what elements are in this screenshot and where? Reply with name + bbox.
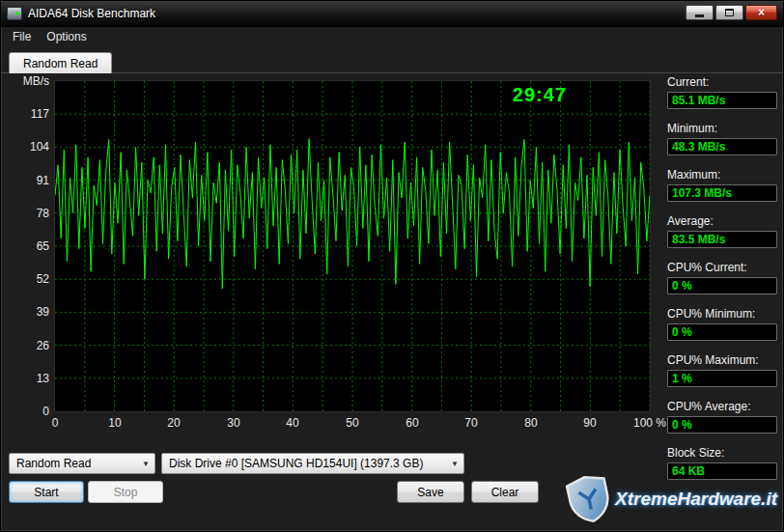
maximize-button[interactable]	[715, 5, 743, 20]
y-tick-label: 13	[9, 372, 49, 385]
maximize-icon	[725, 9, 734, 16]
stat-value: 83.5 MB/s	[667, 231, 777, 248]
app-icon	[7, 7, 22, 20]
drive-select-value: Disk Drive #0 [SAMSUNG HD154UI] (1397.3 …	[169, 457, 423, 470]
stat-label: CPU% Minimum:	[667, 307, 777, 321]
minimize-icon	[695, 14, 704, 17]
window-title: AIDA64 Disk Benchmark	[28, 7, 155, 20]
stat-value: 1 %	[667, 370, 777, 387]
y-tick-label: 0	[9, 405, 49, 418]
start-button[interactable]: Start	[9, 481, 84, 503]
x-tick-label: 90	[583, 416, 596, 430]
titlebar: AIDA64 Disk Benchmark ×	[1, 1, 783, 27]
y-tick-label: 52	[9, 272, 49, 286]
xtremehardware-shield-icon	[563, 471, 614, 527]
stat-label: Block Size:	[667, 446, 777, 460]
benchmark-type-select[interactable]: Random Read ▼	[9, 453, 155, 474]
y-tick-label: 65	[9, 239, 49, 253]
chevron-down-icon: ▼	[446, 454, 463, 473]
stat-cpu-maximum: CPU% Maximum: 1 %	[667, 353, 777, 387]
stat-label: Average:	[667, 214, 777, 228]
benchmark-type-value: Random Read	[16, 457, 91, 470]
close-button[interactable]: ×	[745, 5, 777, 20]
chevron-down-icon: ▼	[137, 454, 154, 473]
stat-label: Minimum:	[667, 122, 777, 135]
y-axis-unit-label: MB/s	[9, 74, 49, 88]
stat-value: 0 %	[667, 277, 777, 294]
stat-average: Average: 83.5 MB/s	[667, 214, 777, 248]
y-tick-label: 91	[9, 174, 49, 187]
clear-button[interactable]: Clear	[471, 481, 539, 503]
stat-value: 85.1 MB/s	[667, 92, 777, 109]
stat-current: Current: 85.1 MB/s	[667, 75, 777, 109]
aida64-disk-benchmark-window: AIDA64 Disk Benchmark × File Options Ran…	[0, 0, 784, 532]
elapsed-timer: 29:47	[513, 84, 567, 106]
y-tick-label: 117	[9, 107, 49, 121]
stat-value: 0 %	[667, 416, 777, 434]
x-tick-label: 10	[108, 416, 121, 430]
x-tick-label: 70	[464, 416, 477, 430]
stat-cpu-minimum: CPU% Minimum: 0 %	[667, 307, 777, 341]
menu-file[interactable]: File	[5, 28, 39, 45]
x-tick-label: 40	[286, 416, 298, 430]
drive-select[interactable]: Disk Drive #0 [SAMSUNG HD154UI] (1397.3 …	[161, 453, 464, 474]
benchmark-chart: MB/s117104917865523926130 29:47 01020304…	[9, 76, 663, 435]
x-tick-label: 0	[52, 416, 59, 430]
x-tick-label: 30	[227, 416, 239, 430]
x-tick-label: 100 %	[633, 416, 666, 430]
stat-label: CPU% Average:	[667, 400, 777, 413]
y-tick-label: 104	[9, 140, 49, 154]
x-tick-label: 20	[167, 416, 180, 430]
x-axis-labels: 0102030405060708090100 %	[55, 416, 650, 432]
stat-minimum: Minimum: 48.3 MB/s	[667, 122, 777, 155]
stat-value: 0 %	[667, 323, 777, 341]
save-button[interactable]: Save	[397, 481, 464, 503]
y-tick-label: 78	[9, 207, 49, 220]
x-tick-label: 80	[524, 416, 537, 430]
menu-options[interactable]: Options	[39, 28, 94, 45]
x-tick-label: 60	[406, 416, 418, 430]
watermark-xtremehardware: XtremeHardware.it	[568, 475, 777, 523]
y-tick-label: 26	[9, 339, 49, 352]
stat-label: CPU% Current:	[667, 261, 777, 274]
stat-maximum: Maximum: 107.3 MB/s	[667, 168, 777, 202]
stat-label: CPU% Maximum:	[667, 353, 777, 367]
stat-value: 107.3 MB/s	[667, 184, 777, 202]
stat-value: 48.3 MB/s	[667, 138, 777, 155]
stop-button: Stop	[88, 481, 163, 503]
minimize-button[interactable]	[686, 5, 714, 20]
stat-label: Maximum:	[667, 168, 777, 182]
tab-strip-line	[1, 72, 783, 73]
stat-cpu-current: CPU% Current: 0 %	[667, 261, 777, 294]
y-axis-labels: MB/s117104917865523926130	[9, 81, 49, 411]
y-tick-label: 39	[9, 305, 49, 319]
stats-panel: Current: 85.1 MB/s Minimum: 48.3 MB/s Ma…	[667, 75, 777, 492]
window-controls: ×	[686, 5, 777, 20]
watermark-text: XtremeHardware.it	[615, 489, 777, 510]
stat-label: Current:	[667, 75, 777, 89]
stat-cpu-average: CPU% Average: 0 %	[667, 400, 777, 434]
x-tick-label: 50	[346, 416, 358, 430]
chart-plot-area	[55, 81, 650, 411]
tab-random-read[interactable]: Random Read	[9, 52, 112, 73]
menu-bar: File Options	[1, 27, 783, 46]
